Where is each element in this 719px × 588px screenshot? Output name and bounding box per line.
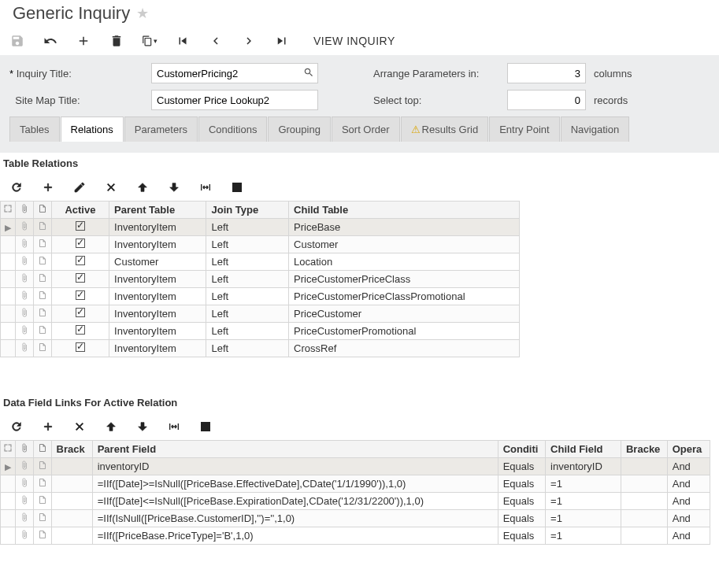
grid2-export-button[interactable] [198, 420, 213, 434]
note-icon[interactable] [33, 493, 51, 510]
cell-brack[interactable] [51, 475, 92, 493]
select-top-input[interactable] [507, 90, 586, 110]
prev-button[interactable] [208, 33, 224, 49]
note-icon[interactable] [33, 253, 51, 271]
table-row[interactable]: InventoryItemLeftCrossRef [1, 340, 520, 357]
tab-results-grid[interactable]: ⚠Results Grid [401, 116, 489, 142]
cell-child[interactable]: PriceCustomerPromotional [289, 323, 520, 340]
cell-cond[interactable]: Equals [498, 475, 545, 493]
table-row[interactable]: CustomerLeftLocation [1, 253, 520, 271]
cell-parent[interactable]: InventoryItem [109, 288, 206, 305]
note-icon[interactable] [33, 305, 51, 323]
table-row[interactable]: =IIf([PriceBase.PriceType]='B',1,0)Equal… [1, 527, 710, 545]
note-icon[interactable] [33, 271, 51, 288]
cell-oper[interactable]: And [667, 493, 710, 510]
cell-oper[interactable]: And [667, 475, 710, 493]
clipboard-button[interactable]: ▾ [142, 33, 158, 49]
cell-child[interactable]: CrossRef [289, 340, 520, 357]
cell-parent[interactable]: InventoryItem [109, 323, 206, 340]
note-icon[interactable] [33, 219, 51, 236]
attach-icon[interactable] [15, 527, 33, 545]
cell-childf[interactable]: =1 [546, 493, 621, 510]
cell-brack[interactable] [51, 493, 92, 510]
cell-active[interactable] [51, 323, 109, 340]
attach-icon[interactable] [15, 510, 33, 527]
cell-parent[interactable]: InventoryItem [109, 271, 206, 288]
cell-brack2[interactable] [621, 527, 667, 545]
cell-cond[interactable]: Equals [498, 527, 545, 545]
tab-parameters[interactable]: Parameters [124, 116, 198, 142]
last-button[interactable] [274, 33, 290, 49]
cell-brack2[interactable] [621, 510, 667, 527]
grid2-up-button[interactable] [104, 420, 118, 434]
attach-icon[interactable] [15, 219, 33, 236]
tab-navigation[interactable]: Navigation [561, 116, 629, 142]
cell-parentf[interactable]: =IIf([Date]>=IsNull([PriceBase.Effective… [92, 475, 498, 493]
attach-icon[interactable] [15, 458, 33, 475]
cell-brack[interactable] [51, 458, 92, 475]
cell-child[interactable]: PriceCustomerPriceClass [289, 271, 520, 288]
col-parent[interactable]: Parent Table [109, 202, 206, 219]
cell-child[interactable]: PriceCustomer [289, 305, 520, 323]
attach-icon[interactable] [15, 475, 33, 493]
attach-icon[interactable] [15, 236, 33, 253]
cell-join[interactable]: Left [206, 271, 289, 288]
note-icon[interactable] [33, 288, 51, 305]
table-row[interactable]: ▶InventoryItemLeftPriceBase [1, 219, 520, 236]
grid2-down-button[interactable] [135, 420, 150, 434]
attach-icon[interactable] [15, 288, 33, 305]
cell-oper[interactable]: And [667, 510, 710, 527]
attach-icon[interactable] [15, 271, 33, 288]
attach-icon[interactable] [15, 253, 33, 271]
cell-cond[interactable]: Equals [498, 493, 545, 510]
cell-join[interactable]: Left [206, 236, 289, 253]
tab-relations[interactable]: Relations [61, 116, 124, 142]
cell-brack[interactable] [51, 510, 92, 527]
cell-active[interactable] [51, 219, 109, 236]
grid-refresh-button[interactable] [9, 180, 24, 194]
first-button[interactable] [175, 33, 191, 49]
col2-selector[interactable] [1, 441, 16, 458]
table-row[interactable]: InventoryItemLeftPriceCustomerPriceClass… [1, 288, 520, 305]
attach-icon[interactable] [15, 323, 33, 340]
tab-entry-point[interactable]: Entry Point [489, 116, 560, 142]
inquiry-title-input[interactable] [151, 63, 318, 83]
note-icon[interactable] [33, 510, 51, 527]
table-row[interactable]: ▶inventoryIDEqualsinventoryIDAnd [1, 458, 710, 475]
table-row[interactable]: InventoryItemLeftPriceCustomerPromotiona… [1, 323, 520, 340]
cell-active[interactable] [51, 288, 109, 305]
cell-parent[interactable]: InventoryItem [109, 340, 206, 357]
cell-join[interactable]: Left [206, 219, 289, 236]
tab-tables[interactable]: Tables [9, 116, 60, 142]
col2-parentf[interactable]: Parent Field [92, 441, 498, 458]
attach-icon[interactable] [15, 305, 33, 323]
col2-oper[interactable]: Opera [667, 441, 710, 458]
col-join[interactable]: Join Type [206, 202, 289, 219]
tab-conditions[interactable]: Conditions [198, 116, 267, 142]
attach-icon[interactable] [15, 493, 33, 510]
cell-child[interactable]: PriceCustomerPriceClassPromotional [289, 288, 520, 305]
grid-export-button[interactable] [230, 180, 244, 194]
grid-add-button[interactable] [41, 180, 55, 194]
cell-oper[interactable]: And [667, 458, 710, 475]
cell-join[interactable]: Left [206, 288, 289, 305]
table-row[interactable]: =IIf(IsNull([PriceBase.CustomerID],'')='… [1, 510, 710, 527]
cell-oper[interactable]: And [667, 527, 710, 545]
grid-edit-button[interactable] [72, 180, 87, 194]
next-button[interactable] [241, 33, 257, 49]
cell-parent[interactable]: InventoryItem [109, 236, 206, 253]
cell-child[interactable]: Customer [289, 236, 520, 253]
attach-icon[interactable] [15, 340, 33, 357]
col-active[interactable]: Active [51, 202, 109, 219]
cell-join[interactable]: Left [206, 323, 289, 340]
col2-brack2[interactable]: Bracke [621, 441, 667, 458]
cell-active[interactable] [51, 271, 109, 288]
col2-cond[interactable]: Conditi [498, 441, 545, 458]
note-icon[interactable] [33, 323, 51, 340]
cell-join[interactable]: Left [206, 253, 289, 271]
cell-parentf[interactable]: inventoryID [92, 458, 498, 475]
add-button[interactable] [76, 33, 91, 49]
undo-button[interactable] [43, 33, 58, 49]
delete-button[interactable] [109, 33, 124, 49]
note-icon[interactable] [33, 236, 51, 253]
